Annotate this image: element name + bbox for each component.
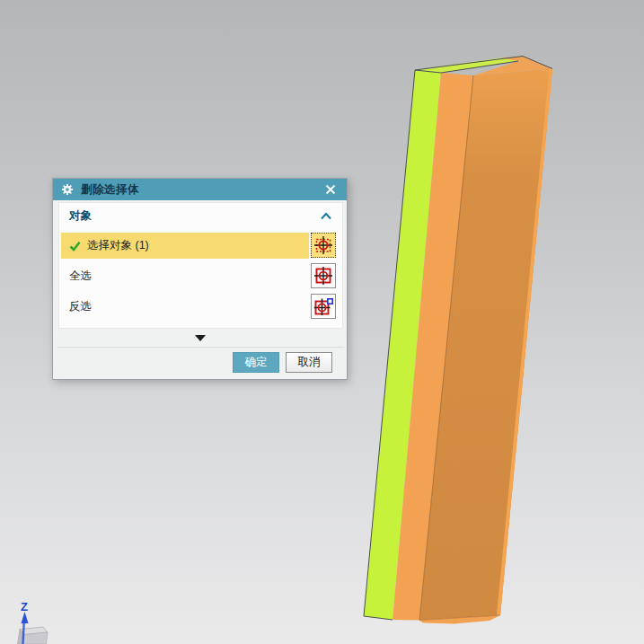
invert-selection-row[interactable]: 反选 xyxy=(59,294,307,319)
selected-body[interactable] xyxy=(364,57,552,624)
select-object-row[interactable]: 选择对象 (1) xyxy=(61,233,309,259)
dialog-title: 删除选择体 xyxy=(81,182,139,198)
select-object-button[interactable] xyxy=(311,233,336,258)
chevron-up-icon[interactable] xyxy=(320,212,332,220)
select-object-label: 选择对象 (1) xyxy=(87,238,149,253)
dialog-titlebar[interactable]: 删除选择体 xyxy=(53,179,347,200)
object-group-panel: 对象 选择对象 (1) xyxy=(58,202,343,329)
select-all-row[interactable]: 全选 xyxy=(59,263,307,288)
gear-icon xyxy=(61,183,74,196)
z-axis-label: Z xyxy=(21,600,28,613)
cad-3d-viewport[interactable]: Z 删除选择体 xyxy=(0,0,644,644)
close-icon xyxy=(325,184,336,195)
select-object-crosshair-icon xyxy=(313,235,333,255)
select-all-label: 全选 xyxy=(69,269,92,284)
footer-separator xyxy=(57,347,344,348)
ok-button[interactable]: 确定 xyxy=(233,352,279,373)
invert-selection-button[interactable] xyxy=(311,294,336,319)
invert-selection-label: 反选 xyxy=(69,299,92,314)
check-icon xyxy=(69,241,81,251)
select-all-crosshair-icon xyxy=(313,266,333,286)
cancel-button[interactable]: 取消 xyxy=(286,352,332,373)
group-label: 对象 xyxy=(69,208,92,224)
group-header-object[interactable]: 对象 xyxy=(59,203,342,229)
dialog-expander[interactable] xyxy=(53,330,347,346)
select-all-button[interactable] xyxy=(311,263,336,288)
close-button[interactable] xyxy=(322,181,339,198)
invert-selection-crosshair-icon xyxy=(313,296,333,316)
delete-body-dialog: 删除选择体 对象 xyxy=(52,178,348,380)
triangle-down-icon xyxy=(195,335,206,341)
